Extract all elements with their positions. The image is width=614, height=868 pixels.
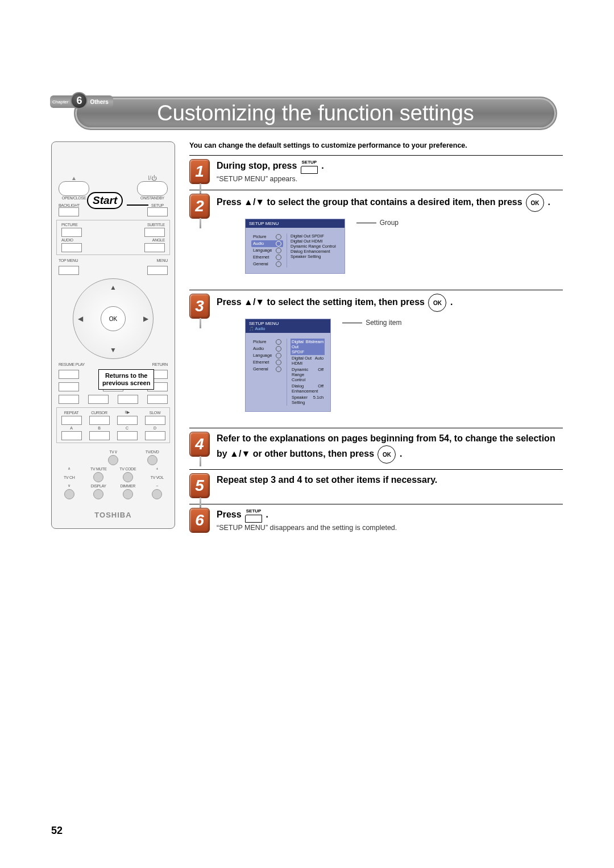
- tvmute-label: TV MUTE: [90, 467, 107, 471]
- eject-icon: ▲: [71, 175, 77, 181]
- subtitle-button: [144, 228, 165, 237]
- dpad: ▲ ▼ ◀ ▶ OK: [73, 278, 154, 359]
- tvcode-button: [123, 472, 133, 482]
- cursor-button: [89, 416, 110, 425]
- step-1: 1 During stop, press SETUP . “SETUP MENU…: [189, 159, 563, 184]
- next-button: [147, 395, 168, 404]
- subtitle-label: SUBTITLE: [147, 223, 165, 227]
- chapter-number: 6: [70, 92, 88, 109]
- tvmute-button: [93, 472, 103, 482]
- remote-control-illustration: ▲ OPEN/CLOSE I/⏻ ON/STANDBY Start BA: [51, 141, 175, 529]
- c-label: C: [126, 426, 128, 430]
- osd-title: SETUP MENU: [246, 219, 345, 228]
- dimmer-label: DIMMER: [120, 484, 135, 488]
- return-label: RETURN: [152, 362, 168, 366]
- returns-line2: previous screen: [102, 379, 150, 387]
- tvcode-label: TV CODE: [119, 467, 136, 471]
- step-badge-6: 6: [189, 508, 210, 533]
- ok-key-icon: OK: [377, 445, 396, 464]
- brand-logo: TOSHIBA: [94, 511, 131, 519]
- down-arrow-icon: ▼: [110, 346, 117, 354]
- step1-sub: “SETUP MENU” appears.: [217, 175, 563, 183]
- dimmer-button: [123, 489, 133, 499]
- fwd-button: [118, 395, 138, 404]
- step-badge-3: 3: [189, 294, 210, 319]
- backlight-label: BACKLIGHT: [59, 203, 80, 207]
- slow-label: SLOW: [150, 411, 160, 415]
- menu-button: [147, 266, 168, 275]
- standby-label: ON/STANDBY: [140, 196, 164, 200]
- prev-button: [59, 395, 79, 404]
- step6-sub: “SETUP MENU” disappears and the setting …: [217, 524, 563, 532]
- slow-button: [145, 416, 165, 425]
- page-number: 52: [51, 825, 63, 837]
- open-close-button: [59, 181, 89, 196]
- step1-text-b: .: [321, 161, 323, 170]
- left-arrow-icon: ◀: [78, 315, 83, 323]
- chapter-label: Chapter: [52, 99, 68, 105]
- d-label: D: [154, 426, 156, 430]
- ok-key-icon: OK: [428, 294, 446, 312]
- pause-button: [59, 382, 79, 391]
- picture-label: PICTURE: [61, 223, 78, 227]
- ok-button: OK: [101, 306, 126, 331]
- step-badge-2: 2: [189, 194, 210, 219]
- step3-text-a: Press ▲/▼ to select the setting item, th…: [217, 297, 427, 307]
- right-arrow-icon: ▶: [143, 315, 148, 323]
- step-3: 3 Press ▲/▼ to select the setting item, …: [189, 294, 563, 422]
- group-callout: Group: [356, 219, 399, 227]
- display-button: [93, 489, 103, 499]
- step-2: 2 Press ▲/▼ to select the group that con…: [189, 194, 563, 284]
- setup-button: [147, 207, 168, 216]
- step-badge-1: 1: [189, 159, 210, 184]
- setting-item-callout: Setting item: [342, 319, 401, 327]
- step-6: 6 Press SETUP . “SETUP MENU” disappears …: [189, 508, 563, 533]
- tvdvd-label: TV/DVD: [146, 450, 159, 454]
- step6-text-b: .: [266, 510, 268, 519]
- chapter-section: Others: [90, 99, 108, 105]
- tvpwr-button: [108, 455, 118, 465]
- a-label: A: [70, 426, 72, 430]
- cursor-label: CURSOR: [91, 411, 107, 415]
- step-5: 5 Repeat step 3 and 4 to set other items…: [189, 473, 563, 498]
- c-button: [117, 431, 138, 440]
- step5-text: Repeat step 3 and 4 to set other items i…: [217, 473, 563, 487]
- repeat-button: [61, 416, 82, 425]
- osd-menu-item: SETUP MENU 🎵 Audio Picture Audio Languag…: [245, 319, 331, 412]
- ok-key-icon: OK: [526, 194, 544, 212]
- topmenu-label: TOP MENU: [59, 258, 78, 262]
- topmenu-button: [59, 266, 79, 275]
- step2-text-a: Press ▲/▼ to select the group that conta…: [217, 197, 525, 207]
- resume-button: [59, 370, 79, 379]
- step2-text-b: .: [547, 197, 550, 207]
- tvpwr-label: TV I/: [109, 450, 117, 454]
- standby-button: [137, 181, 168, 196]
- setup-key-icon: SETUP: [301, 159, 318, 174]
- up-arrow-icon: ▲: [110, 283, 117, 291]
- setup-key-icon: SETUP: [245, 508, 262, 523]
- power-icon: I/⏻: [148, 175, 157, 181]
- b-button: [89, 431, 110, 440]
- tvvol-down-button: [152, 489, 162, 499]
- start-pointer-line: [127, 205, 148, 206]
- osd3-title: SETUP MENU: [249, 321, 279, 326]
- open-close-label: OPEN/CLOSE: [62, 196, 86, 200]
- step1-text-a: During stop, press: [217, 161, 300, 170]
- b-label: B: [98, 426, 100, 430]
- backlight-button: [59, 207, 79, 216]
- setup-label: SETUP: [151, 203, 164, 207]
- tvch-label: TV CH: [64, 475, 75, 479]
- step6-text-a: Press: [217, 510, 244, 519]
- start-callout: Start: [87, 192, 123, 209]
- d-button: [145, 431, 165, 440]
- page-title: Customizing the function settings: [74, 97, 557, 130]
- rev-button: [88, 395, 109, 404]
- a-button: [61, 431, 82, 440]
- angle-button: [144, 243, 165, 252]
- step-button: [117, 416, 138, 425]
- display-label: DISPLAY: [91, 484, 106, 488]
- step-badge-5: 5: [189, 473, 210, 498]
- step-badge-4: 4: [189, 432, 210, 457]
- resume-label: RESUME PLAY: [59, 362, 85, 366]
- osd-menu-group: SETUP MENU Picture Audio Language Ethern…: [245, 219, 345, 274]
